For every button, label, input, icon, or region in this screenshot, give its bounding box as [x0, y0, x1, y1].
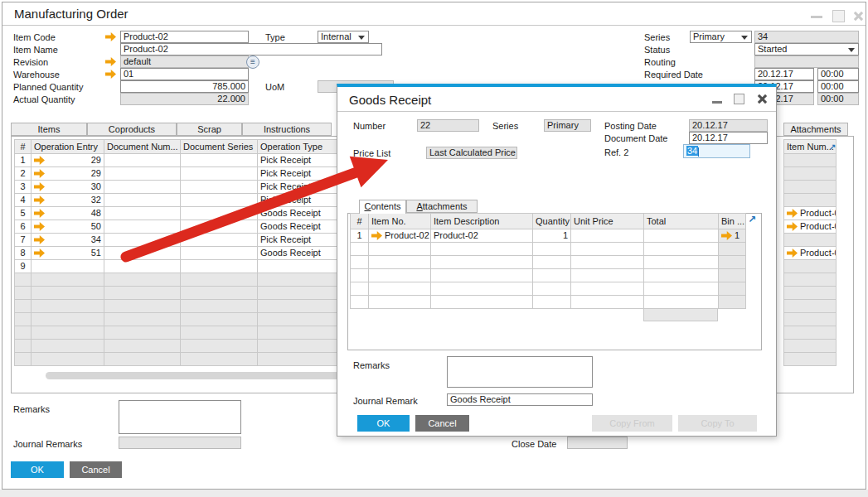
item-no-cell[interactable] — [369, 296, 431, 309]
item-description-cell[interactable] — [431, 256, 533, 269]
item-description-cell[interactable] — [431, 243, 533, 256]
quantity-cell[interactable] — [533, 269, 571, 282]
maximize-icon[interactable] — [734, 94, 744, 104]
link-arrow-icon[interactable] — [34, 235, 45, 244]
item-number-cell[interactable] — [784, 326, 836, 340]
document-number-cell[interactable] — [104, 326, 181, 340]
link-arrow-icon[interactable] — [34, 169, 45, 178]
choose-from-list-icon[interactable]: ≡ — [246, 55, 259, 69]
item-number-row[interactable] — [784, 300, 836, 313]
document-number-cell[interactable] — [104, 220, 181, 234]
operation-entry-cell[interactable] — [32, 273, 104, 287]
item-number-cell[interactable] — [784, 154, 836, 167]
document-series-cell[interactable] — [181, 207, 258, 220]
row-number-cell[interactable]: 4 — [15, 194, 32, 207]
journal-remark-field[interactable]: Goods Receipt — [447, 393, 593, 406]
unit-price-cell[interactable] — [571, 296, 644, 309]
row-number-cell[interactable] — [15, 340, 32, 353]
operations-table-row[interactable] — [15, 273, 357, 287]
quantity-cell[interactable] — [533, 282, 571, 296]
operations-table-row[interactable]: 851Goods Receipt — [15, 247, 357, 260]
document-series-cell[interactable] — [181, 194, 258, 207]
item-no-cell[interactable] — [369, 243, 431, 256]
item-number-row[interactable] — [784, 167, 836, 181]
link-arrow-icon[interactable] — [787, 248, 798, 258]
ref2-field[interactable]: 34 — [683, 144, 750, 158]
total-cell[interactable] — [644, 229, 719, 243]
operation-entry-cell[interactable]: 34 — [32, 234, 104, 247]
required-time-field[interactable]: 00:00 — [817, 68, 859, 80]
document-series-cell[interactable] — [181, 154, 258, 167]
document-series-cell[interactable] — [181, 353, 258, 366]
series-select[interactable]: Primary — [690, 31, 752, 43]
operation-entry-cell[interactable]: 50 — [32, 220, 104, 234]
link-arrow-icon[interactable] — [721, 231, 732, 240]
document-number-cell[interactable] — [104, 313, 181, 326]
expand-grid-icon[interactable]: ↗ — [748, 215, 756, 224]
operations-table-row[interactable] — [15, 340, 357, 353]
link-arrow-icon[interactable] — [34, 156, 45, 165]
unit-price-cell[interactable] — [571, 282, 644, 296]
document-number-cell[interactable] — [104, 234, 181, 247]
tab-attachments[interactable]: Attachments — [783, 123, 848, 136]
tab-attachments[interactable]: Attachments — [406, 200, 478, 213]
operations-table-row[interactable]: 229Pick Receipt — [15, 167, 357, 181]
item-number-row[interactable] — [784, 273, 836, 287]
document-series-cell[interactable] — [181, 340, 258, 353]
item-number-row[interactable] — [784, 260, 836, 273]
row-number-cell[interactable]: 1 — [351, 229, 369, 243]
total-cell[interactable] — [644, 269, 719, 282]
type-select[interactable]: Internal — [318, 31, 369, 43]
operation-entry-cell[interactable]: 51 — [32, 247, 104, 260]
cancel-button[interactable]: Cancel — [415, 415, 469, 432]
item-no-cell[interactable] — [369, 256, 431, 269]
document-date-field[interactable]: 20.12.17 — [689, 132, 768, 144]
operation-entry-cell[interactable] — [32, 353, 104, 366]
item-number-cell[interactable] — [784, 273, 836, 287]
remarks-textarea[interactable] — [447, 356, 593, 388]
document-number-cell[interactable] — [104, 167, 181, 181]
contents-table-row[interactable] — [351, 296, 746, 309]
item-number-row[interactable] — [784, 353, 836, 366]
operation-entry-cell[interactable]: 30 — [32, 181, 104, 194]
column-header[interactable]: Item Description — [431, 214, 533, 229]
column-header[interactable]: Document Series — [181, 140, 258, 154]
document-series-cell[interactable] — [181, 313, 258, 326]
item-description-cell[interactable] — [431, 282, 533, 296]
document-number-cell[interactable] — [104, 260, 181, 273]
item-number-cell[interactable]: Product-0 — [784, 207, 836, 220]
quantity-cell[interactable]: 1 — [533, 229, 571, 243]
column-header[interactable]: Operation Entry — [32, 140, 104, 154]
column-header[interactable]: Document Num... — [104, 140, 181, 154]
operation-entry-cell[interactable]: 48 — [32, 207, 104, 220]
contents-table-row[interactable] — [351, 243, 746, 256]
operation-entry-cell[interactable] — [32, 326, 104, 340]
bin-cell[interactable]: 1 — [719, 229, 746, 243]
item-number-row[interactable] — [784, 154, 836, 167]
link-arrow-icon[interactable] — [787, 209, 798, 218]
operation-entry-cell[interactable]: 29 — [32, 154, 104, 167]
document-number-cell[interactable] — [104, 353, 181, 366]
item-no-cell[interactable] — [369, 269, 431, 282]
document-number-cell[interactable] — [104, 154, 181, 167]
item-number-cell[interactable]: Product-0 — [784, 247, 836, 260]
tab-coproducts[interactable]: Coproducts — [87, 123, 177, 136]
column-header[interactable]: Quantity — [533, 214, 571, 229]
link-arrow-icon[interactable] — [34, 195, 45, 205]
status-select[interactable]: Started — [754, 43, 859, 55]
document-number-cell[interactable] — [104, 287, 181, 300]
document-series-cell[interactable] — [181, 220, 258, 234]
item-code-field[interactable]: Product-02 — [120, 31, 249, 43]
required-date-field[interactable]: 20.12.17 — [754, 68, 814, 80]
document-number-cell[interactable] — [104, 300, 181, 313]
contents-table-row[interactable] — [351, 282, 746, 296]
operations-table-row[interactable]: 432Pick Receipt — [15, 194, 357, 207]
item-number-cell[interactable] — [784, 340, 836, 353]
expand-grid-icon[interactable]: ↗ — [829, 142, 836, 152]
quantity-cell[interactable] — [533, 296, 571, 309]
operation-entry-cell[interactable]: 29 — [32, 167, 104, 181]
column-header[interactable]: # — [15, 140, 32, 154]
quantity-cell[interactable] — [533, 256, 571, 269]
planned-quantity-field[interactable]: 785.000 — [120, 80, 249, 93]
operations-table-row[interactable] — [15, 300, 357, 313]
